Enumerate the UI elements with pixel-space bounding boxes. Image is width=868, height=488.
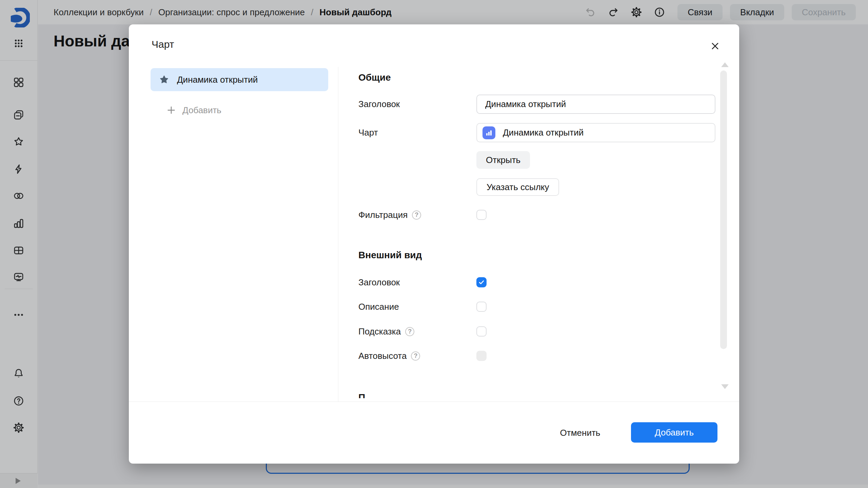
widget-list-panel: Динамика открытий Добавить xyxy=(151,68,328,119)
appearance-row-hint: Подсказка ? xyxy=(358,326,716,337)
check-icon xyxy=(478,279,485,286)
footer-divider xyxy=(129,402,739,402)
help-circle-icon[interactable]: ? xyxy=(412,210,421,220)
chart-selector-value: Динамика открытий xyxy=(503,127,584,138)
add-button[interactable]: Добавить xyxy=(631,422,717,443)
star-icon xyxy=(159,74,170,85)
app-window: Коллекции и воркбуки / Организации: спро… xyxy=(0,0,868,488)
title-input[interactable] xyxy=(476,95,715,114)
dialog-title: Чарт xyxy=(152,39,174,50)
add-widget-button[interactable]: Добавить xyxy=(151,101,328,119)
scroll-down-arrow[interactable] xyxy=(721,384,729,389)
appearance-row-title: Заголовок xyxy=(358,277,716,287)
add-widget-label: Добавить xyxy=(182,105,221,116)
filtering-checkbox[interactable] xyxy=(476,210,487,220)
help-circle-icon[interactable]: ? xyxy=(405,327,414,336)
appearance-row-autoheight: Автовысота ? xyxy=(358,351,716,361)
help-circle-icon[interactable]: ? xyxy=(411,351,420,361)
filtering-label: Фильтрация xyxy=(358,210,408,220)
list-item-selected[interactable]: Динамика открытий xyxy=(151,68,328,91)
bar-chart-icon xyxy=(482,126,495,139)
hint-checkbox[interactable] xyxy=(476,326,487,337)
description-checkbox[interactable] xyxy=(476,302,487,312)
appearance-heading: Внешний вид xyxy=(358,250,422,261)
panel-divider xyxy=(338,67,338,402)
close-icon xyxy=(710,41,720,51)
title-field-label: Заголовок xyxy=(358,99,400,109)
appearance-row-description: Описание xyxy=(358,302,716,312)
row-label: Автовысота xyxy=(358,351,407,361)
cancel-button[interactable]: Отменить xyxy=(553,423,607,442)
open-chart-button[interactable]: Открыть xyxy=(476,151,530,169)
title-visibility-checkbox[interactable] xyxy=(476,277,487,287)
row-label: Описание xyxy=(358,302,399,312)
plus-icon xyxy=(166,105,176,115)
scroll-up-arrow[interactable] xyxy=(721,62,729,67)
clipped-section-heading: П xyxy=(358,392,365,398)
filtering-row: Фильтрация ? xyxy=(358,210,716,220)
chart-field-label: Чарт xyxy=(358,127,378,138)
list-item-label: Динамика открытий xyxy=(177,75,258,85)
settings-pane: Общие Заголовок Чарт Динамика открытий xyxy=(358,67,716,398)
row-label: Подсказка xyxy=(358,326,401,337)
general-heading: Общие xyxy=(358,72,391,83)
autoheight-checkbox xyxy=(476,351,487,361)
row-label: Заголовок xyxy=(358,277,400,288)
chart-dialog: Чарт Динамика открытий Добавить xyxy=(129,24,739,464)
close-button[interactable] xyxy=(707,38,723,54)
specify-link-button[interactable]: Указать ссылку xyxy=(476,178,559,196)
scrollbar-thumb[interactable] xyxy=(720,70,727,349)
chart-selector[interactable]: Динамика открытий xyxy=(476,123,715,142)
